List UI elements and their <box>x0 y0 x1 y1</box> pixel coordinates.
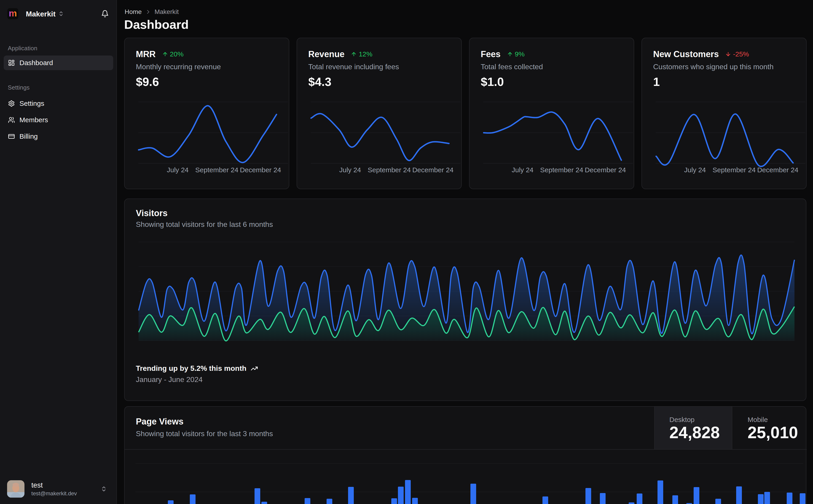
svg-text:m: m <box>9 8 17 18</box>
